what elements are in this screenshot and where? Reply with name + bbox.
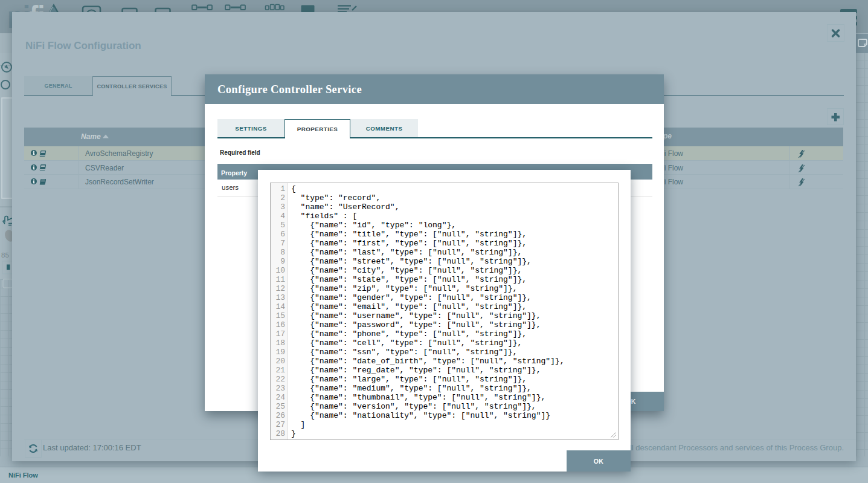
svg-text:85: 85 xyxy=(1,251,9,259)
